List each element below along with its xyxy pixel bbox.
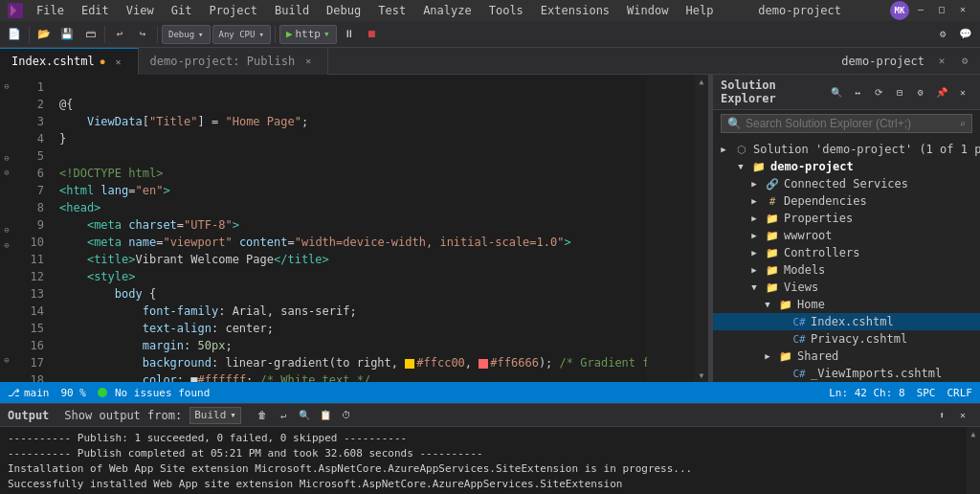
menu-build[interactable]: Build — [267, 2, 317, 19]
menu-tools[interactable]: Tools — [481, 2, 531, 19]
code-lines[interactable]: @{ ViewData["Title"] = "Home Page"; } <!… — [52, 75, 647, 382]
tree-connected-services[interactable]: ▶ 🔗 Connected Services — [713, 175, 980, 192]
expand-icon[interactable]: ▼ — [747, 281, 761, 294]
tree-viewimports[interactable]: ▶ C# _ViewImports.cshtml — [713, 365, 980, 382]
open-file-btn[interactable]: 📂 — [33, 24, 55, 45]
expand-icon[interactable]: ▼ — [734, 160, 747, 173]
tree-controllers[interactable]: ▶ 📁 Controllers — [713, 244, 980, 261]
expand-icon[interactable]: ▶ — [717, 143, 730, 156]
output-wrap-btn[interactable]: ↵ — [274, 406, 293, 425]
expand-icon[interactable]: ▶ — [761, 349, 774, 363]
tree-index-cshtml[interactable]: ▶ C# Index.cshtml — [713, 313, 980, 330]
tab-publish[interactable]: demo-project: Publish ✕ — [139, 48, 329, 75]
feedback-btn[interactable]: 💬 — [955, 24, 976, 45]
tree-label: Index.cshtml — [811, 315, 894, 328]
status-zoom[interactable]: 90 % — [61, 387, 87, 399]
new-project-btn[interactable]: 📄 — [4, 24, 25, 45]
tree-wwwroot[interactable]: ▶ 📁 wwwroot — [713, 227, 980, 244]
se-search-input[interactable] — [746, 117, 956, 130]
status-no-issues[interactable]: No issues found — [98, 387, 210, 399]
menu-extensions[interactable]: Extensions — [533, 2, 617, 19]
output-scroll-up[interactable]: ▲ — [967, 427, 980, 440]
status-position[interactable]: Ln: 42 Ch: 8 — [829, 387, 904, 399]
extensions-btn[interactable]: ⚙ — [932, 24, 953, 45]
expand-icon[interactable]: ▶ — [747, 229, 761, 242]
fold-11[interactable]: ⊖ — [0, 223, 13, 237]
fold-6[interactable]: ⊖ — [0, 150, 13, 165]
menu-help[interactable]: Help — [678, 2, 721, 19]
menu-debug[interactable]: Debug — [319, 2, 368, 19]
code-editor[interactable]: ⊖ ⊖ ⊖ ⊖ ⊖ ⊖ 12345 678910 1112131415 — [0, 75, 708, 382]
scroll-up-btn[interactable]: ▲ — [695, 75, 708, 88]
se-search-btn[interactable]: 🔍 — [827, 82, 846, 101]
menu-bar: File Edit View Git Project Build Debug T… — [29, 2, 721, 19]
tab-close-btn[interactable]: ✕ — [301, 54, 316, 69]
platform-dropdown[interactable]: Any CPU▾ — [212, 25, 271, 44]
expand-icon[interactable]: ▶ — [747, 194, 761, 208]
debug-config-dropdown[interactable]: Debug▾ — [162, 25, 211, 44]
se-collapse-btn[interactable]: ⊟ — [890, 82, 909, 101]
tree-shared-folder[interactable]: ▶ 📁 Shared — [713, 348, 980, 365]
se-sync-btn[interactable]: ↔ — [848, 82, 867, 101]
se-filter-btn[interactable]: ⚙ — [911, 82, 930, 101]
editor-scrollbar[interactable]: ▲ ▼ — [695, 75, 708, 382]
output-find-btn[interactable]: 🔍 — [295, 406, 314, 425]
minimize-button[interactable]: — — [911, 1, 930, 16]
expand-icon[interactable]: ▼ — [761, 298, 774, 311]
menu-project[interactable]: Project — [201, 2, 265, 19]
status-line-ending[interactable]: CRLF — [947, 387, 973, 399]
stop-btn[interactable]: ⏹ — [362, 24, 383, 45]
menu-edit[interactable]: Edit — [74, 2, 117, 19]
tree-views[interactable]: ▼ 📁 Views — [713, 279, 980, 296]
tree-privacy-cshtml[interactable]: ▶ C# Privacy.cshtml — [713, 330, 980, 348]
scroll-down-btn[interactable]: ▼ — [695, 369, 708, 382]
se-search-bar[interactable]: 🔍 ⌕ — [721, 114, 972, 133]
output-pin-btn[interactable]: ⬆ — [932, 406, 951, 425]
menu-analyze[interactable]: Analyze — [415, 2, 479, 19]
encoding-label: SPC — [917, 387, 936, 399]
expand-icon[interactable]: ▶ — [747, 212, 761, 225]
output-copy-btn[interactable]: 📋 — [316, 406, 335, 425]
save-btn[interactable]: 💾 — [56, 24, 78, 45]
pause-btn[interactable]: ⏸ — [339, 24, 360, 45]
menu-test[interactable]: Test — [370, 2, 413, 19]
menu-view[interactable]: View — [119, 2, 162, 19]
output-clear-btn[interactable]: 🗑 — [253, 406, 272, 425]
status-branch[interactable]: ⎇ main — [8, 387, 50, 399]
se-pin-btn[interactable]: 📌 — [932, 82, 951, 101]
tree-solution[interactable]: ▶ ⬡ Solution 'demo-project' (1 of 1 proj… — [713, 141, 980, 158]
output-timer-btn[interactable]: ⏱ — [337, 406, 356, 425]
menu-window[interactable]: Window — [619, 2, 676, 19]
tab-close-btn[interactable]: ✕ — [111, 54, 126, 69]
fold-7[interactable]: ⊖ — [0, 166, 13, 180]
expand-icon[interactable]: ▶ — [747, 246, 761, 259]
tab-settings-btn[interactable]: ⚙ — [955, 52, 974, 71]
undo-btn[interactable]: ↩ — [109, 24, 130, 45]
tab-close-file-btn[interactable]: ✕ — [932, 52, 951, 71]
output-source-dropdown[interactable]: Build ▾ — [189, 407, 241, 424]
output-scrollbar[interactable]: ▲ ▼ — [967, 427, 980, 494]
menu-file[interactable]: File — [29, 2, 72, 19]
expand-icon[interactable]: ▶ — [747, 177, 761, 191]
fold-12[interactable]: ⊖ — [0, 237, 13, 252]
fold-1[interactable]: ⊖ — [0, 79, 13, 93]
output-close-btn[interactable]: ✕ — [953, 406, 972, 425]
se-refresh-btn[interactable]: ⟳ — [869, 82, 888, 101]
run-button[interactable]: ▶ http ▾ — [279, 25, 337, 44]
restore-button[interactable]: □ — [932, 1, 951, 16]
redo-btn[interactable]: ↪ — [132, 24, 153, 45]
se-close-btn[interactable]: ✕ — [953, 82, 972, 101]
close-button[interactable]: ✕ — [953, 1, 972, 16]
menu-git[interactable]: Git — [164, 2, 200, 19]
tree-project[interactable]: ▼ 📁 demo-project — [713, 158, 980, 175]
tree-dependencies[interactable]: ▶ # Dependencies — [713, 192, 980, 210]
tab-index-cshtml[interactable]: Index.cshtml ● ✕ — [0, 48, 139, 75]
status-encoding[interactable]: SPC — [917, 387, 936, 399]
user-avatar[interactable]: MK — [890, 1, 909, 20]
save-all-btn[interactable]: 🗃 — [79, 24, 100, 45]
tree-home-folder[interactable]: ▼ 📁 Home — [713, 296, 980, 313]
expand-icon[interactable]: ▶ — [747, 263, 761, 277]
fold-20[interactable]: ⊖ — [0, 353, 13, 368]
tree-models[interactable]: ▶ 📁 Models — [713, 261, 980, 279]
tree-properties[interactable]: ▶ 📁 Properties — [713, 210, 980, 227]
